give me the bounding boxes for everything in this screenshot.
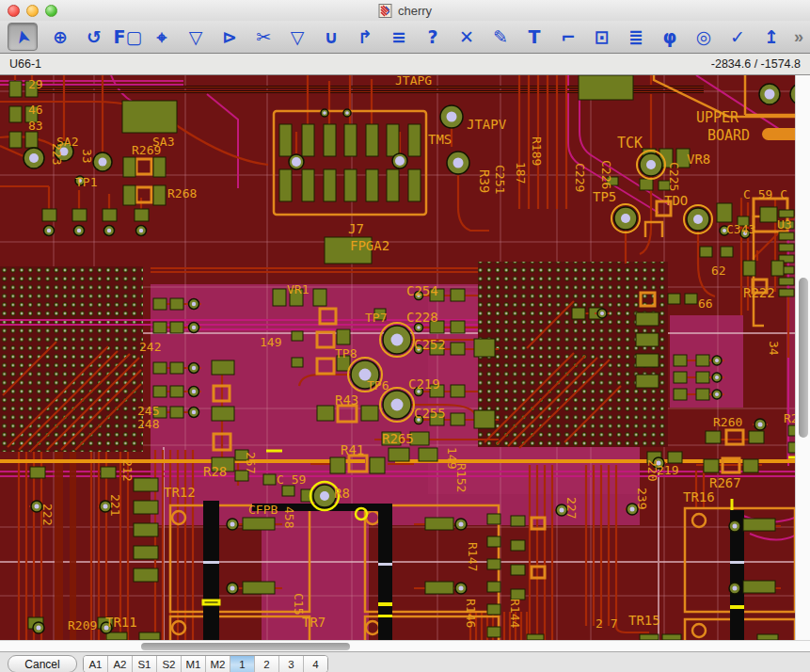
pcb-label: TR7 [302, 615, 326, 630]
toolbar: ➤⊕↺F▢⌖▽⊳✂▽∪↱≡?✕✎T⌐⊡≣φ◎✓↥» [0, 21, 810, 54]
menu-lines-tool-icon: ≡ [391, 28, 406, 46]
toolbar-overflow-chevron[interactable]: » [794, 27, 803, 47]
pcb-label: 223 [50, 143, 64, 165]
pcb-label: TP6 [367, 378, 389, 392]
pcb-label: R41 [341, 442, 364, 457]
pcb-label: C226 [599, 160, 613, 189]
pcb-label: U3 [777, 217, 792, 232]
bullseye-tool-icon[interactable]: ◎ [692, 24, 715, 50]
pcb-label: TMS [428, 132, 452, 147]
cancel-button[interactable]: Cancel [8, 655, 77, 672]
via-funnel-tool-icon: ▽ [189, 28, 203, 46]
menu-lines-tool-icon[interactable]: ≡ [388, 24, 410, 50]
pcb-label: 239 [635, 488, 649, 509]
pcb-canvas[interactable]: 294683SA2SA3R269R268TP122333JTAPGJTAPVTM… [0, 75, 795, 640]
horizontal-scrollbar-thumb[interactable] [141, 643, 350, 650]
layer-tab-4[interactable]: 4 [304, 656, 327, 672]
key-tool-icon[interactable]: φ [659, 24, 681, 50]
pcb-label: R222 [743, 285, 775, 300]
pin-up-tool-icon[interactable]: ↥ [760, 24, 783, 50]
probe-tool-icon[interactable]: ∪ [320, 24, 342, 50]
pcb-label: R43 [335, 392, 358, 408]
pcb-label: R144 [508, 599, 522, 628]
pcb-label: TR12 [164, 485, 196, 500]
pcb-label: 242 [139, 340, 161, 354]
vertical-scrollbar[interactable] [795, 75, 810, 640]
pcb-label: TR15 [628, 613, 660, 628]
pcb-label: 2 7 [596, 616, 617, 631]
check-tool-icon[interactable]: ✓ [726, 24, 749, 50]
status-bar: U66-1 -2834.6 / -1574.8 [0, 54, 810, 75]
pencil-tool-icon: ✎ [493, 28, 508, 46]
pcb-label: 62 [711, 264, 726, 278]
layer-tab-s2[interactable]: S2 [157, 656, 182, 672]
rows-tool-icon[interactable]: ≣ [625, 24, 647, 50]
bend-arrow-tool-icon: ↱ [357, 28, 373, 46]
corner-tool-icon[interactable]: ⌐ [557, 24, 580, 50]
route-triangles-tool-icon[interactable]: ⊳ [218, 24, 241, 50]
layer-tab-2[interactable]: 2 [255, 656, 279, 672]
layer-tab-a2[interactable]: A2 [108, 656, 133, 672]
funnel-add-tool-icon: ▽ [291, 28, 305, 46]
pcb-label: C343 [726, 222, 755, 236]
pin-up-tool-icon: ↥ [764, 28, 779, 46]
dimension-tool-icon[interactable]: F▢ [117, 24, 139, 50]
snap-point-tool-icon: ⌖ [157, 28, 167, 46]
pcb-label: J7 [348, 221, 364, 236]
dimension-tool-icon: F▢ [114, 28, 143, 46]
pcb-label: R189 [530, 136, 544, 166]
bend-arrow-tool-icon[interactable]: ↱ [354, 24, 376, 50]
zoom-tool-icon[interactable]: ⊕ [49, 24, 71, 50]
via-funnel-tool-icon[interactable]: ▽ [184, 24, 207, 50]
pcb-label: TP1 [75, 175, 97, 189]
pcb-label: 458 [282, 506, 296, 528]
horizontal-scrollbar[interactable] [0, 640, 810, 651]
pcb-label: 187 [514, 162, 528, 184]
pcb-label: R152 [454, 463, 469, 492]
pcb-label: R8 [334, 486, 350, 501]
select-tool-icon[interactable]: ➤ [8, 23, 38, 51]
layer-tab-3[interactable]: 3 [279, 656, 304, 672]
pcb-label: 220 [645, 459, 659, 481]
pcb-label: 221 [108, 494, 122, 516]
layer-tab-m2[interactable]: M2 [206, 656, 230, 672]
pcb-label: C228 [406, 310, 438, 325]
layer-tab-s1[interactable]: S1 [133, 656, 157, 672]
route-triangles-tool-icon: ⊳ [222, 28, 237, 46]
pad-target-tool-icon[interactable]: ⊡ [591, 24, 613, 50]
pencil-tool-icon[interactable]: ✎ [489, 24, 512, 50]
pcb-label: JTAPV [467, 117, 507, 132]
pcb-label: TP7 [365, 311, 387, 325]
bullseye-tool-icon: ◎ [696, 28, 712, 46]
select-tool-icon: ➤ [12, 27, 33, 46]
pcb-label: 227 [564, 497, 579, 519]
funnel-add-tool-icon[interactable]: ▽ [286, 24, 309, 50]
rotate-tool-icon: ↺ [87, 28, 102, 46]
probe-tool-icon: ∪ [324, 28, 338, 46]
pcb-label: C 59 C [743, 187, 787, 201]
pcb-label: R265 [382, 431, 414, 446]
rotate-tool-icon[interactable]: ↺ [83, 24, 105, 50]
text-tool-icon[interactable]: T [523, 24, 546, 50]
delete-tool-icon[interactable]: ✕ [455, 24, 478, 50]
layer-tab-1[interactable]: 1 [230, 656, 255, 672]
layer-tab-a1[interactable]: A1 [84, 656, 108, 672]
bottom-bar: Cancel A1A2S1S2M1M21234 [0, 651, 810, 672]
vertical-scrollbar-thumb[interactable] [799, 278, 808, 438]
cut-tool-icon[interactable]: ✂ [252, 24, 275, 50]
pcb-label: R28 [203, 464, 227, 479]
pcb-label: 149 [260, 335, 281, 349]
help-tool-icon: ? [427, 28, 437, 46]
cut-tool-icon: ✂ [256, 28, 271, 46]
pcb-label: C252 [414, 337, 446, 352]
help-tool-icon[interactable]: ? [421, 24, 444, 50]
text-tool-icon: T [529, 28, 541, 46]
pcb-label: C255 [414, 406, 446, 421]
snap-point-tool-icon[interactable]: ⌖ [151, 24, 173, 50]
pcb-label: JTAPG [395, 75, 432, 88]
pcb-label: TR16 [683, 489, 715, 504]
pcb-label: C225 [667, 162, 681, 191]
pcb-label: 248 [137, 417, 159, 431]
layer-tab-m1[interactable]: M1 [182, 656, 206, 672]
pcb-label: 245 [137, 404, 159, 418]
